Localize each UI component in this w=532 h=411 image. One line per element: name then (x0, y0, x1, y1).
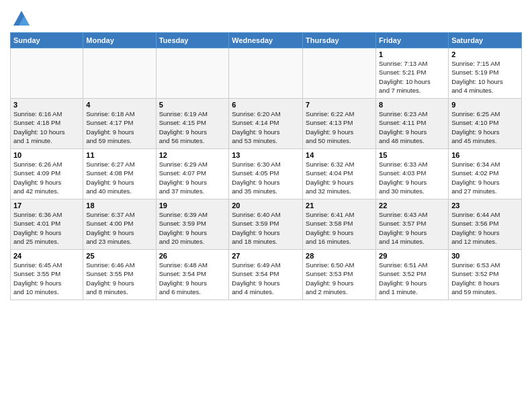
day-number: 22 (379, 201, 445, 210)
calendar-cell (11, 48, 83, 99)
day-number: 23 (451, 201, 519, 210)
day-detail: Sunrise: 6:33 AM Sunset: 4:03 PM Dayligh… (379, 160, 445, 195)
calendar-cell: 25Sunrise: 6:46 AM Sunset: 3:55 PM Dayli… (83, 250, 156, 300)
day-number: 11 (86, 151, 152, 159)
day-detail: Sunrise: 6:49 AM Sunset: 3:54 PM Dayligh… (232, 261, 300, 296)
day-detail: Sunrise: 6:19 AM Sunset: 4:15 PM Dayligh… (159, 109, 226, 145)
day-number: 1 (379, 50, 445, 58)
calendar-cell: 14Sunrise: 6:32 AM Sunset: 4:04 PM Dayli… (303, 149, 376, 199)
day-detail: Sunrise: 6:46 AM Sunset: 3:55 PM Dayligh… (86, 261, 152, 296)
day-detail: Sunrise: 6:27 AM Sunset: 4:08 PM Dayligh… (86, 160, 152, 195)
day-number: 15 (379, 151, 445, 159)
calendar-cell: 8Sunrise: 6:23 AM Sunset: 4:11 PM Daylig… (376, 99, 449, 149)
day-detail: Sunrise: 6:44 AM Sunset: 3:56 PM Dayligh… (451, 210, 519, 246)
logo (10, 9, 31, 28)
day-number: 10 (13, 151, 80, 159)
calendar-cell: 12Sunrise: 6:29 AM Sunset: 4:07 PM Dayli… (156, 149, 229, 199)
weekday-header-friday: Friday (376, 33, 449, 48)
calendar-week-2: 10Sunrise: 6:26 AM Sunset: 4:09 PM Dayli… (11, 149, 522, 199)
calendar-cell: 11Sunrise: 6:27 AM Sunset: 4:08 PM Dayli… (83, 149, 156, 199)
day-detail: Sunrise: 7:15 AM Sunset: 5:19 PM Dayligh… (451, 59, 519, 95)
calendar-cell: 20Sunrise: 6:40 AM Sunset: 3:59 PM Dayli… (229, 199, 303, 250)
calendar-cell: 21Sunrise: 6:41 AM Sunset: 3:58 PM Dayli… (303, 199, 376, 250)
day-detail: Sunrise: 6:43 AM Sunset: 3:57 PM Dayligh… (379, 210, 445, 246)
day-number: 21 (306, 201, 373, 210)
day-detail: Sunrise: 6:18 AM Sunset: 4:17 PM Dayligh… (86, 109, 152, 145)
calendar-cell: 23Sunrise: 6:44 AM Sunset: 3:56 PM Dayli… (449, 199, 522, 250)
calendar-cell: 18Sunrise: 6:37 AM Sunset: 4:00 PM Dayli… (83, 199, 156, 250)
calendar-cell: 13Sunrise: 6:30 AM Sunset: 4:05 PM Dayli… (229, 149, 303, 199)
calendar-cell: 16Sunrise: 6:34 AM Sunset: 4:02 PM Dayli… (449, 149, 522, 199)
day-number: 27 (232, 252, 300, 260)
calendar-cell (83, 48, 156, 99)
day-detail: Sunrise: 6:50 AM Sunset: 3:53 PM Dayligh… (306, 261, 373, 296)
day-number: 20 (232, 201, 300, 210)
day-detail: Sunrise: 6:34 AM Sunset: 4:02 PM Dayligh… (451, 160, 519, 195)
day-detail: Sunrise: 6:51 AM Sunset: 3:52 PM Dayligh… (379, 261, 445, 296)
calendar-cell: 26Sunrise: 6:48 AM Sunset: 3:54 PM Dayli… (156, 250, 229, 300)
calendar-cell: 22Sunrise: 6:43 AM Sunset: 3:57 PM Dayli… (376, 199, 449, 250)
calendar-cell: 2Sunrise: 7:15 AM Sunset: 5:19 PM Daylig… (449, 48, 522, 99)
day-detail: Sunrise: 6:36 AM Sunset: 4:01 PM Dayligh… (13, 210, 80, 246)
weekday-header-row: SundayMondayTuesdayWednesdayThursdayFrid… (11, 33, 522, 48)
day-detail: Sunrise: 6:30 AM Sunset: 4:05 PM Dayligh… (232, 160, 300, 195)
calendar-header: SundayMondayTuesdayWednesdayThursdayFrid… (11, 33, 522, 48)
day-number: 24 (13, 252, 80, 260)
day-detail: Sunrise: 6:32 AM Sunset: 4:04 PM Dayligh… (306, 160, 373, 195)
header (10, 7, 522, 28)
calendar-cell: 10Sunrise: 6:26 AM Sunset: 4:09 PM Dayli… (11, 149, 83, 199)
calendar-cell (303, 48, 376, 99)
calendar-cell: 4Sunrise: 6:18 AM Sunset: 4:17 PM Daylig… (83, 99, 156, 149)
day-detail: Sunrise: 6:20 AM Sunset: 4:14 PM Dayligh… (232, 109, 300, 145)
weekday-header-monday: Monday (83, 33, 156, 48)
weekday-header-saturday: Saturday (449, 33, 522, 48)
calendar-week-4: 24Sunrise: 6:45 AM Sunset: 3:55 PM Dayli… (11, 250, 522, 300)
calendar-cell: 30Sunrise: 6:53 AM Sunset: 3:52 PM Dayli… (449, 250, 522, 300)
weekday-header-wednesday: Wednesday (229, 33, 303, 48)
day-number: 19 (159, 201, 226, 210)
calendar-cell: 24Sunrise: 6:45 AM Sunset: 3:55 PM Dayli… (11, 250, 83, 300)
calendar-cell: 3Sunrise: 6:16 AM Sunset: 4:18 PM Daylig… (11, 99, 83, 149)
day-detail: Sunrise: 6:25 AM Sunset: 4:10 PM Dayligh… (451, 109, 519, 145)
day-detail: Sunrise: 6:37 AM Sunset: 4:00 PM Dayligh… (86, 210, 152, 246)
day-number: 4 (86, 101, 152, 109)
calendar-cell: 29Sunrise: 6:51 AM Sunset: 3:52 PM Dayli… (376, 250, 449, 300)
calendar-cell: 19Sunrise: 6:39 AM Sunset: 3:59 PM Dayli… (156, 199, 229, 250)
day-number: 28 (306, 252, 373, 260)
weekday-header-tuesday: Tuesday (156, 33, 229, 48)
day-number: 3 (13, 101, 80, 109)
calendar-cell: 28Sunrise: 6:50 AM Sunset: 3:53 PM Dayli… (303, 250, 376, 300)
day-number: 8 (379, 101, 445, 109)
day-number: 18 (86, 201, 152, 210)
calendar-week-1: 3Sunrise: 6:16 AM Sunset: 4:18 PM Daylig… (11, 99, 522, 149)
calendar-cell: 5Sunrise: 6:19 AM Sunset: 4:15 PM Daylig… (156, 99, 229, 149)
day-detail: Sunrise: 6:45 AM Sunset: 3:55 PM Dayligh… (13, 261, 80, 296)
day-number: 6 (232, 101, 300, 109)
weekday-header-thursday: Thursday (303, 33, 376, 48)
day-number: 7 (306, 101, 373, 109)
day-number: 17 (13, 201, 80, 210)
day-detail: Sunrise: 6:16 AM Sunset: 4:18 PM Dayligh… (13, 109, 80, 145)
calendar-cell (156, 48, 229, 99)
logo-icon (12, 9, 31, 28)
calendar-cell: 17Sunrise: 6:36 AM Sunset: 4:01 PM Dayli… (11, 199, 83, 250)
day-detail: Sunrise: 6:41 AM Sunset: 3:58 PM Dayligh… (306, 210, 373, 246)
calendar-week-0: 1Sunrise: 7:13 AM Sunset: 5:21 PM Daylig… (11, 48, 522, 99)
day-number: 14 (306, 151, 373, 159)
calendar-cell: 6Sunrise: 6:20 AM Sunset: 4:14 PM Daylig… (229, 99, 303, 149)
page-container: SundayMondayTuesdayWednesdayThursdayFrid… (0, 0, 532, 304)
calendar-body: 1Sunrise: 7:13 AM Sunset: 5:21 PM Daylig… (11, 48, 522, 300)
calendar-cell: 27Sunrise: 6:49 AM Sunset: 3:54 PM Dayli… (229, 250, 303, 300)
calendar-cell: 7Sunrise: 6:22 AM Sunset: 4:13 PM Daylig… (303, 99, 376, 149)
calendar-cell: 1Sunrise: 7:13 AM Sunset: 5:21 PM Daylig… (376, 48, 449, 99)
calendar-week-3: 17Sunrise: 6:36 AM Sunset: 4:01 PM Dayli… (11, 199, 522, 250)
day-detail: Sunrise: 6:39 AM Sunset: 3:59 PM Dayligh… (159, 210, 226, 246)
day-number: 13 (232, 151, 300, 159)
day-detail: Sunrise: 6:29 AM Sunset: 4:07 PM Dayligh… (159, 160, 226, 195)
calendar-cell: 9Sunrise: 6:25 AM Sunset: 4:10 PM Daylig… (449, 99, 522, 149)
weekday-header-sunday: Sunday (11, 33, 83, 48)
day-number: 12 (159, 151, 226, 159)
day-number: 30 (451, 252, 519, 260)
day-detail: Sunrise: 6:40 AM Sunset: 3:59 PM Dayligh… (232, 210, 300, 246)
day-number: 26 (159, 252, 226, 260)
